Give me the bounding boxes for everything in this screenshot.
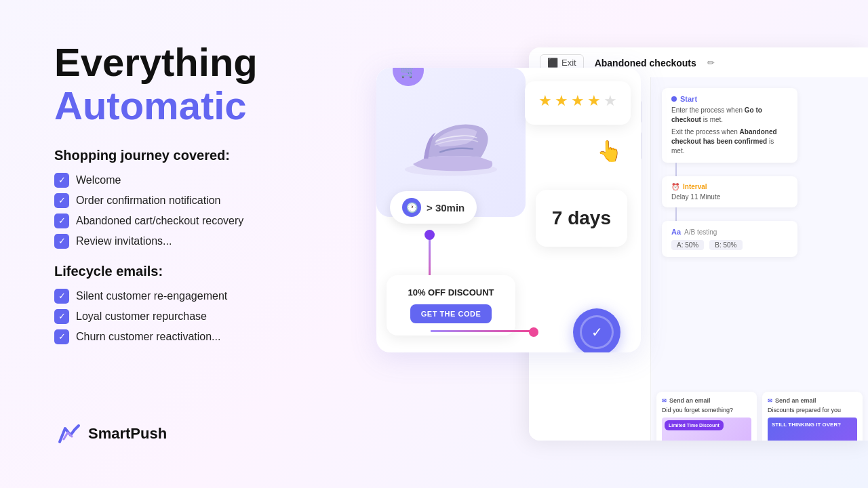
star-1: ★ [538, 92, 552, 110]
hand-cursor-icon: 👆 [597, 139, 622, 163]
completion-circle: ✓ [573, 308, 620, 352]
list-item: ✓ Abandoned cart/checkout recovery [54, 214, 393, 228]
list-item: ✓ Churn customer reactivation... [54, 329, 393, 344]
workflow-name: Abandoned checkouts [595, 58, 696, 68]
clock-icon: 🕐 [402, 198, 421, 217]
star-3: ★ [571, 92, 585, 110]
timeline-dot-top [425, 230, 435, 240]
list-item: ✓ Silent customer re-engagement [54, 289, 393, 304]
email-card-a: ✉ Send an email Did you forget something… [656, 392, 757, 441]
email-a-header: ✉ Send an email [662, 397, 751, 404]
start-dot [671, 96, 677, 102]
lifecycle-list: ✓ Silent customer re-engagement ✓ Loyal … [54, 289, 393, 344]
time-text: > 30min [427, 202, 465, 214]
edit-icon[interactable]: ✏ [707, 58, 715, 68]
exit-icon: ⬛ [547, 58, 558, 68]
shopping-journey-list: ✓ Welcome ✓ Order confirmation notificat… [54, 173, 393, 249]
interval-value: Delay 11 Minute [671, 193, 788, 201]
get-code-button[interactable]: GET THE CODE [410, 304, 492, 323]
check-icon: ✓ [54, 329, 69, 344]
ab-a-badge: A: 50% [671, 240, 704, 250]
email-a-image: Limited Time Discount You're Almost Ther… [662, 418, 751, 441]
days-card: 7 days [536, 190, 627, 247]
check-icon: ✓ [54, 193, 69, 208]
title-part2: Automatic [54, 83, 247, 127]
left-panel: Everything Automatic Shopping journey co… [54, 41, 393, 359]
promo-badge: Limited Time Discount [665, 420, 724, 430]
clock-icon: ⏰ [671, 183, 679, 190]
email-b-question: Discounts prepared for you [768, 407, 857, 413]
still-thinking-text: STILL THINKING IT OVER? [772, 422, 841, 428]
bottom-timeline-dot [529, 327, 538, 337]
ab-split: A: 50% B: 50% [671, 240, 788, 250]
item-label: Loyal customer repurchase [76, 310, 207, 323]
exit-label: Exit [561, 58, 576, 68]
check-icon: ✓ [54, 173, 69, 188]
exit-text: Exit the process when Abandoned checkout… [671, 127, 788, 156]
completion-checkmark: ✓ [580, 315, 614, 349]
email-a-icon: ✉ [662, 398, 667, 404]
item-label: Churn customer reactivation... [76, 331, 220, 343]
flow-nodes: Start Enter the process when Go to check… [651, 77, 868, 268]
list-item: ✓ Review invitations... [54, 234, 393, 249]
interval-node: ⏰ Interval Delay 11 Minute [662, 176, 797, 207]
illustration-card: ★ ★ ★ ★ ★ 👆 🛒 1 🕐 > 30min 7 days 10% OFF… [376, 68, 641, 352]
logo-area: SmartPush [54, 420, 167, 447]
stars-card: ★ ★ ★ ★ ★ [525, 81, 631, 125]
discount-card: 10% OFF DISCOUNT GET THE CODE [387, 275, 515, 336]
ab-test-node: Aa A/B testing A: 50% B: 50% [662, 221, 797, 257]
list-item: ✓ Order confirmation notification [54, 193, 393, 208]
start-label: Start [680, 95, 697, 103]
ab-icon: Aa [671, 228, 681, 236]
time-badge: 🕐 > 30min [390, 191, 477, 224]
discount-title: 10% OFF DISCOUNT [399, 287, 503, 298]
email-a-visual: Limited Time Discount You're Almost Ther… [662, 418, 751, 441]
check-icon: ✓ [54, 214, 69, 228]
days-text: 7 days [552, 207, 611, 229]
flow-connector [675, 163, 677, 176]
item-label: Abandoned cart/checkout recovery [76, 215, 243, 227]
bottom-timeline-line [431, 330, 532, 332]
is-met-text: is met. [701, 116, 723, 123]
star-5: ★ [604, 92, 617, 110]
list-item: ✓ Welcome [54, 173, 393, 188]
star-2: ★ [555, 92, 568, 110]
enter-text: Enter the process when [671, 106, 745, 114]
check-icon: ✓ [54, 309, 69, 324]
email-b-icon: ✉ [768, 398, 772, 404]
interval-label: Interval [683, 183, 707, 190]
email-a-label: Send an email [669, 397, 711, 404]
email-b-label: Send an email [775, 397, 816, 404]
ab-label: A/B testing [684, 228, 717, 236]
smartpush-logo-icon [54, 420, 81, 447]
stars-row: ★ ★ ★ ★ ★ [538, 92, 617, 110]
item-label: Silent customer re-engagement [76, 290, 227, 302]
email-b-image: STILL THINKING IT OVER? [768, 418, 857, 441]
ab-b-badge: B: 50% [709, 240, 742, 250]
star-4: ★ [587, 92, 601, 110]
email-cards-row: ✉ Send an email Did you forget something… [656, 392, 863, 441]
email-b-header: ✉ Send an email [768, 397, 857, 404]
flow-area: Start Enter the process when Go to check… [651, 77, 868, 441]
shopping-journey-title: Shopping journey covered: [54, 148, 393, 163]
item-label: Order confirmation notification [76, 195, 220, 207]
email-b-visual: STILL THINKING IT OVER? [768, 418, 857, 441]
list-item: ✓ Loyal customer repurchase [54, 309, 393, 324]
item-label: Welcome [76, 174, 121, 186]
flow-connector-2 [675, 207, 677, 221]
start-text: Enter the process when Go to checkout is… [671, 106, 788, 125]
main-title: Everything Automatic [54, 41, 393, 127]
check-icon: ✓ [54, 234, 69, 249]
start-node: Start Enter the process when Go to check… [662, 88, 797, 163]
lifecycle-title: Lifecycle emails: [54, 264, 393, 279]
logo-text: SmartPush [88, 425, 167, 443]
title-part1: Everything [54, 40, 258, 84]
email-a-question: Did you forget something? [662, 407, 751, 413]
item-label: Review invitations... [76, 235, 172, 247]
email-card-b: ✉ Send an email Discounts prepared for y… [762, 392, 863, 441]
shoe-illustration [397, 98, 505, 186]
check-icon: ✓ [54, 289, 69, 304]
